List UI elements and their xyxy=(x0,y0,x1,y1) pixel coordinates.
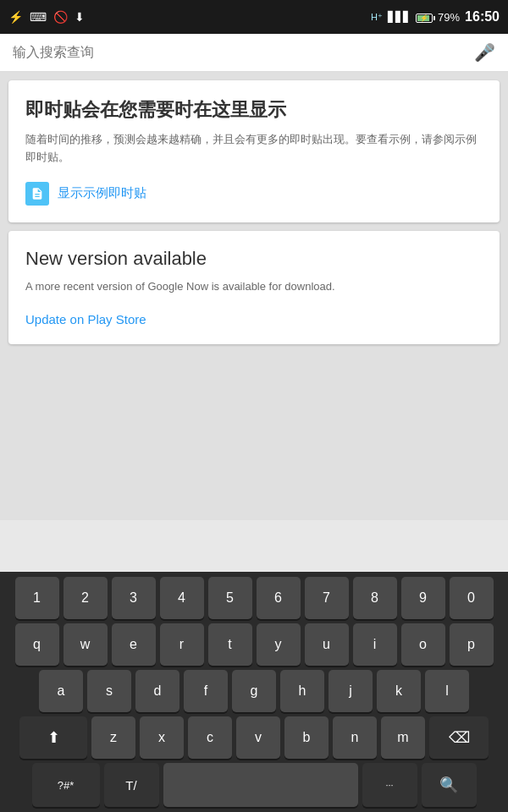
key-backspace[interactable]: ⌫ xyxy=(429,716,489,759)
status-right-icons: H⁺ ▋▋▋ ⚡ 79% 16:50 xyxy=(371,9,500,25)
key-7[interactable]: 7 xyxy=(305,577,349,619)
key-3[interactable]: 3 xyxy=(112,577,156,619)
key-s[interactable]: s xyxy=(87,670,131,712)
key-j[interactable]: j xyxy=(329,670,373,712)
key-5[interactable]: 5 xyxy=(208,577,252,619)
status-bar: ⚡ ⌨ 🚫 ⬇ H⁺ ▋▋▋ ⚡ 79% 16:50 xyxy=(0,0,508,34)
keyboard: 1 2 3 4 5 6 7 8 9 0 q w e r t y u i o p … xyxy=(0,572,508,812)
key-e[interactable]: e xyxy=(112,623,156,666)
key-z[interactable]: z xyxy=(91,716,135,759)
key-symbols[interactable]: ?#* xyxy=(32,763,100,807)
key-handwrite[interactable]: T/ xyxy=(104,763,159,807)
key-m[interactable]: m xyxy=(381,716,425,759)
key-d[interactable]: d xyxy=(135,670,179,712)
clock: 16:50 xyxy=(465,9,500,25)
key-u[interactable]: u xyxy=(305,623,349,666)
key-v[interactable]: v xyxy=(236,716,280,759)
update-card: New version available A more recent vers… xyxy=(8,231,500,345)
key-a[interactable]: a xyxy=(39,670,83,712)
doc-icon xyxy=(25,182,49,206)
key-r[interactable]: r xyxy=(160,623,204,666)
key-8[interactable]: 8 xyxy=(353,577,397,619)
key-o[interactable]: o xyxy=(401,623,445,666)
update-card-description: A more recent version of Google Now is a… xyxy=(25,278,483,296)
signal-bars: ▋▋▋ xyxy=(388,11,411,23)
update-play-store-link[interactable]: Update on Play Store xyxy=(25,312,146,326)
key-9[interactable]: 9 xyxy=(401,577,445,619)
keyboard-row-zxcv: ⬆ z x c v b n m ⌫ xyxy=(3,716,505,759)
key-search-bottom[interactable]: 🔍 xyxy=(422,763,477,807)
key-g[interactable]: g xyxy=(232,670,276,712)
key-emoji[interactable]: ··· xyxy=(362,763,417,807)
key-p[interactable]: p xyxy=(450,623,494,666)
keyboard-row-asdf: a s d f g h j k l xyxy=(3,670,505,712)
search-input[interactable] xyxy=(13,45,474,60)
now-card-title: 即时贴会在您需要时在这里显示 xyxy=(25,97,483,123)
battery-container: ⚡ xyxy=(416,11,433,24)
content-area: 即时贴会在您需要时在这里显示 随着时间的推移，预测会越来越精确，并且会有更多的即… xyxy=(0,72,508,520)
key-h[interactable]: h xyxy=(280,670,324,712)
mic-icon[interactable]: 🎤 xyxy=(474,42,495,63)
key-t[interactable]: t xyxy=(208,623,252,666)
network-type: H⁺ xyxy=(371,12,383,23)
status-left-icons: ⚡ ⌨ 🚫 ⬇ xyxy=(8,10,85,24)
key-w[interactable]: w xyxy=(64,623,108,666)
key-x[interactable]: x xyxy=(140,716,184,759)
key-2[interactable]: 2 xyxy=(64,577,108,619)
show-example-link[interactable]: 显示示例即时贴 xyxy=(58,185,146,201)
show-example-row[interactable]: 显示示例即时贴 xyxy=(25,182,483,206)
key-y[interactable]: y xyxy=(257,623,301,666)
search-bar: 🎤 xyxy=(0,34,508,72)
keyboard-bottom-row: ?#* T/ ··· 🔍 xyxy=(3,763,505,807)
key-i[interactable]: i xyxy=(353,623,397,666)
key-b[interactable]: b xyxy=(284,716,329,759)
key-c[interactable]: c xyxy=(188,716,232,759)
key-6[interactable]: 6 xyxy=(257,577,301,619)
key-4[interactable]: 4 xyxy=(160,577,204,619)
key-space[interactable] xyxy=(163,763,358,807)
battery-icon: ⚡ xyxy=(416,14,433,23)
keyboard-row-numbers: 1 2 3 4 5 6 7 8 9 0 xyxy=(3,577,505,619)
key-k[interactable]: k xyxy=(377,670,421,712)
key-n[interactable]: n xyxy=(333,716,377,759)
battery-percent: 79% xyxy=(438,11,460,24)
key-l[interactable]: l xyxy=(425,670,469,712)
key-q[interactable]: q xyxy=(15,623,59,666)
signal-off-icon: 🚫 xyxy=(53,10,68,24)
key-1[interactable]: 1 xyxy=(15,577,59,619)
key-shift[interactable]: ⬆ xyxy=(19,716,87,759)
keyboard-row-qwerty: q w e r t y u i o p xyxy=(3,623,505,666)
key-0[interactable]: 0 xyxy=(450,577,494,619)
key-f[interactable]: f xyxy=(184,670,228,712)
keyboard-icon: ⌨ xyxy=(30,10,47,24)
now-card: 即时贴会在您需要时在这里显示 随着时间的推移，预测会越来越精确，并且会有更多的即… xyxy=(8,80,500,222)
update-card-title: New version available xyxy=(25,248,483,270)
download-icon: ⬇ xyxy=(75,10,85,24)
now-card-description: 随着时间的推移，预测会越来越精确，并且会有更多的即时贴出现。要查看示例，请参阅示… xyxy=(25,131,483,167)
usb-icon: ⚡ xyxy=(8,10,23,24)
